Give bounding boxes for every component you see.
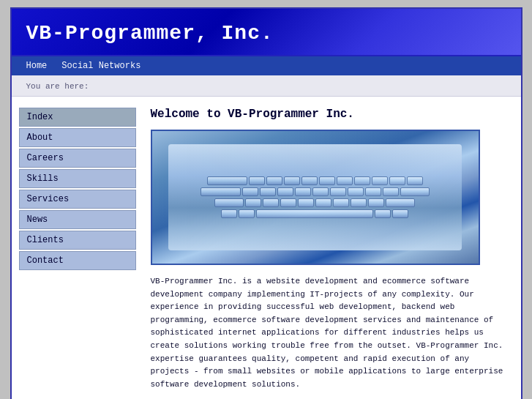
key-v <box>298 198 314 207</box>
key-q <box>249 176 265 185</box>
key-row-1 <box>174 176 456 185</box>
sidebar-item-careers[interactable]: Careers <box>19 149 136 168</box>
key-ctrl-r <box>392 209 408 218</box>
sidebar-item-clients[interactable]: Clients <box>19 231 136 250</box>
description-text: VB-Programmer Inc. is a website developm… <box>151 275 506 391</box>
sidebar-item-contact[interactable]: Contact <box>19 251 136 270</box>
key-a <box>242 187 258 196</box>
sidebar-item-services[interactable]: Services <box>19 190 136 209</box>
keyboard-image <box>151 130 480 265</box>
key-w <box>266 176 282 185</box>
key-ctrl <box>221 209 237 218</box>
key-row-space <box>174 209 456 218</box>
nav-social-networks[interactable]: Social Networks <box>61 61 141 71</box>
key-b <box>315 198 331 207</box>
key-l <box>383 187 399 196</box>
key-z <box>245 198 261 207</box>
key-t <box>319 176 335 185</box>
key-d <box>277 187 293 196</box>
keyboard-visual <box>168 144 462 250</box>
key-shift-l <box>214 198 244 207</box>
key-k <box>365 187 381 196</box>
key-altgr <box>375 209 391 218</box>
header: VB-Programmer, Inc. <box>12 9 521 56</box>
breadcrumb-bar: You are here: <box>12 75 521 97</box>
key-space <box>256 209 373 218</box>
key-m <box>351 198 367 207</box>
content-area: Index About Careers Skills Services News… <box>12 97 521 399</box>
sidebar-item-index[interactable]: Index <box>19 108 136 127</box>
sidebar: Index About Careers Skills Services News… <box>19 108 136 395</box>
main-content: Welcome to VB-Programmer Inc. <box>143 104 514 395</box>
key-p <box>407 176 423 185</box>
nav-home[interactable]: Home <box>26 61 48 71</box>
sidebar-item-about[interactable]: About <box>19 128 136 147</box>
key-e <box>284 176 300 185</box>
breadcrumb-text: You are here: <box>26 82 89 91</box>
key-y <box>337 176 353 185</box>
nav-bar: Home Social Networks <box>12 56 521 75</box>
key-x <box>263 198 279 207</box>
key-f <box>295 187 311 196</box>
key-caps <box>201 187 241 196</box>
key-s <box>260 187 276 196</box>
site-title: VB-Programmer, Inc. <box>26 22 506 45</box>
key-g <box>312 187 329 196</box>
key-row-3 <box>174 198 456 207</box>
sidebar-item-news[interactable]: News <box>19 210 136 229</box>
key-row-2 <box>174 187 456 196</box>
sidebar-item-skills[interactable]: Skills <box>19 169 136 188</box>
key-u <box>354 176 370 185</box>
key-c <box>280 198 296 207</box>
key-o <box>389 176 405 185</box>
key-tab <box>207 176 247 185</box>
key-i <box>372 176 388 185</box>
key-r <box>301 176 318 185</box>
key-alt <box>239 209 255 218</box>
key-h <box>330 187 346 196</box>
key-shift-r <box>386 198 415 207</box>
page-wrapper: VB-Programmer, Inc. Home Social Networks… <box>10 7 522 399</box>
welcome-heading: Welcome to VB-Programmer Inc. <box>151 108 506 121</box>
key-comma <box>368 198 384 207</box>
key-n <box>333 198 349 207</box>
key-j <box>348 187 364 196</box>
key-enter <box>400 187 430 196</box>
